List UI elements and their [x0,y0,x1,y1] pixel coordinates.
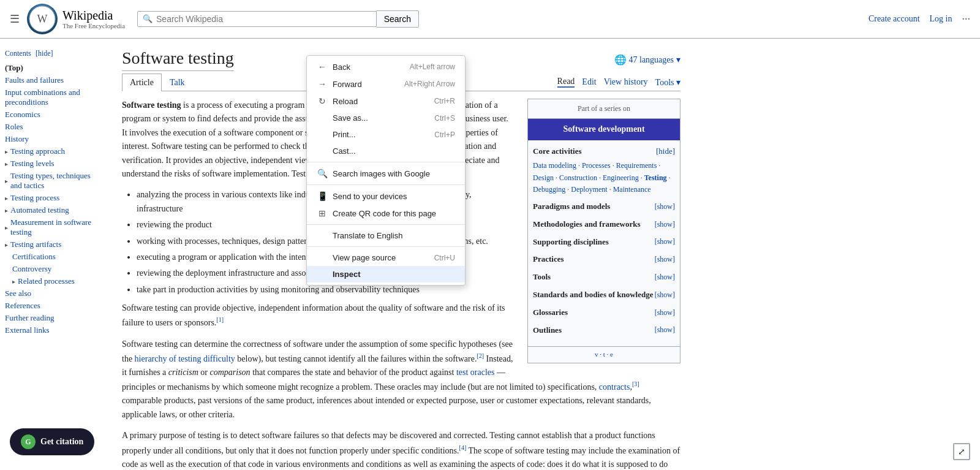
toc-arrow-icon[interactable]: ▸ [5,195,8,202]
infobox-link-9[interactable]: Maintenance [613,185,651,194]
infobox-show-link-7[interactable]: [show] [655,307,675,319]
ctx-reload[interactable]: ↻ Reload Ctrl+R [307,93,465,110]
toc-item-see-also[interactable]: See also [5,287,102,300]
toc-item-link[interactable]: Further reading [5,313,55,322]
infobox-link-6[interactable]: Testing [644,173,667,182]
toc-item-link[interactable]: Testing levels [10,159,55,169]
search-button[interactable]: Search [377,10,419,28]
infobox-t-link[interactable]: t [603,351,605,358]
ctx-print[interactable]: Print... Ctrl+P [307,126,465,143]
create-account-link[interactable]: Create account [869,14,920,24]
toc-item-link[interactable]: Roles [5,122,23,131]
ctx-search-images[interactable]: 🔍 Search images with Google [307,165,465,182]
tool-read[interactable]: Read [557,77,575,88]
toc-item-link[interactable]: See also [5,289,31,298]
more-options-button[interactable]: ··· [962,13,971,26]
tab-article[interactable]: Article [122,74,162,91]
infobox-show-link-5[interactable]: [show] [655,271,675,283]
toc-item-link[interactable]: Testing types, techniques and tactics [10,171,102,191]
infobox-show-link-6[interactable]: [show] [655,289,675,301]
toc-arrow-icon[interactable]: ▸ [12,278,15,285]
hierarchy-link[interactable]: hierarchy of testing difficulty [135,354,235,363]
toc-item-testing-levels[interactable]: ▸Testing levels [5,157,102,170]
hamburger-icon[interactable]: ☰ [10,12,20,26]
infobox-link-1[interactable]: Processes [582,161,611,170]
ctx-inspect[interactable]: Inspect [307,266,465,282]
toc-item-link[interactable]: Controversy [12,264,51,273]
toc-item-link[interactable]: Certifications [12,252,56,261]
toc-item-testing-artifacts[interactable]: ▸Testing artifacts [5,238,102,251]
infobox-hide-link[interactable]: [hide] [656,145,675,158]
infobox-link-3[interactable]: Design [533,173,554,182]
toc-arrow-icon[interactable]: ▸ [5,148,8,155]
ref-3[interactable]: [3] [632,381,639,387]
infobox-e-link[interactable]: e [610,351,613,358]
infobox-link-4[interactable]: Construction [559,173,597,182]
toc-item-economics[interactable]: Economics [5,108,102,121]
get-citation-button[interactable]: G Get citation [10,428,94,455]
ctx-view-source[interactable]: View page source Ctrl+U [307,249,465,266]
infobox-show-link-4[interactable]: [show] [655,254,675,265]
toc-item-link[interactable]: Testing artifacts [10,240,61,249]
toc-item-link[interactable]: Testing process [10,193,59,203]
log-in-link[interactable]: Log in [930,14,952,24]
tool-edit[interactable]: Edit [582,77,596,87]
infobox-show-link-2[interactable]: [show] [655,219,675,230]
ctx-cast[interactable]: Cast... [307,143,465,159]
toc-item-further-reading[interactable]: Further reading [5,312,102,324]
ctx-save-as[interactable]: Save as... Ctrl+S [307,110,465,126]
toc-arrow-icon[interactable]: ▸ [5,224,8,231]
ref-1[interactable]: [1] [216,316,224,323]
infobox-link-8[interactable]: Deployment [571,185,607,194]
toc-item-controversy[interactable]: Controversy [5,263,102,275]
toc-arrow-icon[interactable]: ▸ [5,161,8,167]
contracts-link[interactable]: contracts [599,382,630,392]
infobox-link-2[interactable]: Requirements [616,161,657,170]
toc-item-history[interactable]: History [5,133,102,145]
toc-item-link[interactable]: References [5,301,40,310]
expand-icon[interactable]: ⤢ [953,443,970,460]
toc-item-link[interactable]: Testing approach [10,146,65,156]
tool-tools[interactable]: Tools ▾ [655,77,680,88]
ctx-send-to-devices[interactable]: 📱 Send to your devices [307,188,465,205]
toc-item-testing-approach[interactable]: ▸Testing approach [5,145,102,157]
infobox-show-link-3[interactable]: [show] [655,236,675,248]
toc-item-external-links[interactable]: External links [5,324,102,336]
toc-item-link[interactable]: Faults and failures [5,75,64,85]
toc-item-related-processes[interactable]: ▸Related processes [5,275,102,287]
tool-view-history[interactable]: View history [604,77,648,87]
tab-talk[interactable]: Talk [162,74,193,91]
toc-item-input[interactable]: Input combinations and preconditions [5,86,102,108]
ctx-forward[interactable]: → Forward Alt+Right Arrow [307,75,465,93]
toc-item-link[interactable]: Measurement in software testing [10,218,102,237]
toc-item-link[interactable]: Economics [5,110,40,119]
logo-area[interactable]: W Wikipedia The Free Encyclopedia [27,4,125,34]
ref-2[interactable]: [2] [477,352,484,359]
test-oracles-link[interactable]: test oracles [456,368,495,377]
toc-item-link[interactable]: History [5,134,29,143]
infobox-link-7[interactable]: Debugging [533,185,565,194]
toc-item-certifications[interactable]: Certifications [5,251,102,263]
toc-item-link[interactable]: Input combinations and preconditions [5,88,80,107]
toc-item-roles[interactable]: Roles [5,121,102,133]
infobox-link-0[interactable]: Data modeling [533,161,576,170]
infobox-v-link[interactable]: v [595,351,598,358]
toc-item-references[interactable]: References [5,300,102,312]
ctx-translate[interactable]: Translate to English [307,227,465,244]
toc-item-automated-testing[interactable]: ▸Automated testing [5,204,102,216]
toc-arrow-icon[interactable]: ▸ [5,241,8,248]
ctx-back[interactable]: ← Back Alt+Left arrow [307,58,465,75]
toc-item-testing-types[interactable]: ▸Testing types, techniques and tactics [5,170,102,192]
hide-button[interactable]: [hide] [36,49,53,58]
toc-arrow-icon[interactable]: ▸ [5,178,8,184]
ctx-create-qr[interactable]: ⊞ Create QR code for this page [307,205,465,222]
languages-button[interactable]: 🌐 47 languages ▾ [614,54,680,66]
ref-4[interactable]: [4] [459,444,467,451]
search-input[interactable] [156,14,371,24]
toc-item-link[interactable]: Automated testing [10,205,69,215]
toc-item-top[interactable]: (Top) [5,62,102,74]
toc-item-link[interactable]: External links [5,325,50,335]
toc-item-testing-process[interactable]: ▸Testing process [5,192,102,204]
infobox-link-5[interactable]: Engineering [603,173,639,182]
toc-item-measurement[interactable]: ▸Measurement in software testing [5,216,102,238]
